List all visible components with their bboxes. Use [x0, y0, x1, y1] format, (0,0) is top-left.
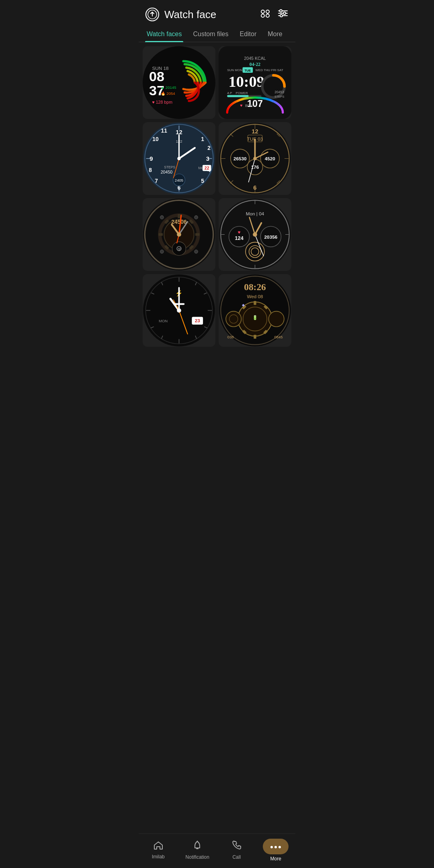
svg-text:POWER: POWER	[236, 91, 248, 95]
svg-text:08:26: 08:26	[244, 282, 266, 292]
svg-rect-96	[158, 233, 163, 235]
svg-point-133	[253, 232, 257, 237]
svg-point-11	[280, 14, 283, 17]
tab-custom-files[interactable]: Custom files	[191, 27, 230, 42]
svg-text:SUN MON: SUN MON	[227, 68, 242, 72]
svg-text:20453: 20453	[274, 90, 284, 94]
svg-text:23: 23	[195, 318, 201, 323]
svg-text:STEPS: STEPS	[164, 165, 175, 169]
app-header: Watch face	[139, 0, 295, 26]
svg-text:26530: 26530	[233, 156, 247, 161]
tab-more[interactable]: More	[266, 27, 284, 42]
tab-bar: Watch faces Custom files Editor More	[139, 26, 295, 42]
svg-text:🔥 2054: 🔥 2054	[161, 91, 176, 96]
svg-point-10	[283, 12, 286, 14]
svg-text:3: 3	[206, 156, 209, 162]
tab-watch-faces[interactable]: Watch faces	[145, 27, 183, 42]
watch-face-item[interactable]: 12 3 9 10 11 1 2 4 5 6 7 8 STEPS 20450 2…	[143, 122, 215, 195]
svg-text:7: 7	[155, 178, 158, 184]
svg-text:10:09: 10:09	[229, 73, 264, 90]
svg-text:4520: 4520	[265, 156, 276, 161]
svg-text:♥: ♥	[240, 103, 242, 108]
svg-point-65	[177, 157, 181, 160]
svg-rect-97	[195, 233, 200, 235]
svg-point-3	[266, 10, 269, 13]
svg-point-170	[226, 311, 241, 327]
svg-point-9	[280, 10, 282, 12]
svg-point-88	[253, 157, 257, 160]
svg-point-4	[261, 14, 264, 17]
svg-text:▲ 20145: ▲ 20145	[161, 85, 176, 90]
svg-text:12: 12	[252, 128, 258, 135]
svg-rect-157	[174, 303, 185, 305]
svg-text:20450: 20450	[161, 170, 173, 174]
watch-faces-grid: SUN 18 08 37 ▲ 20145 🔥 2054 ♥ 128 bpm 20…	[139, 42, 295, 347]
svg-rect-32	[227, 95, 248, 97]
svg-point-113	[160, 216, 164, 219]
svg-text:1: 1	[201, 136, 204, 142]
svg-text:10: 10	[152, 136, 159, 142]
svg-text:6: 6	[253, 184, 256, 191]
svg-text:22: 22	[205, 166, 209, 170]
svg-text:2045 KCAL: 2045 KCAL	[244, 56, 266, 61]
header-left: Watch face	[145, 7, 216, 22]
svg-text:Wed 08: Wed 08	[247, 294, 263, 299]
svg-text:04-22: 04-22	[250, 62, 260, 67]
watch-face-item[interactable]: 12 TUE 03 26530 4520 176 6	[219, 122, 291, 195]
page-title: Watch face	[164, 8, 216, 21]
svg-text:2405: 2405	[175, 178, 183, 182]
svg-text:MON: MON	[159, 319, 168, 323]
svg-point-156	[177, 308, 181, 313]
svg-rect-162	[254, 301, 256, 305]
watch-face-item[interactable]: 24506 ☢	[143, 198, 215, 271]
svg-point-112	[194, 250, 198, 254]
watch-face-item[interactable]: ⚡ 23 MON	[143, 274, 215, 347]
watch-face-item[interactable]: SUN 18 08 37 ▲ 20145 🔥 2054 ♥ 128 bpm	[143, 46, 215, 119]
svg-point-5	[266, 14, 269, 17]
svg-point-114	[194, 216, 198, 219]
svg-rect-94	[178, 214, 180, 218]
svg-text:038: 038	[227, 335, 234, 339]
svg-text:WED THU FRI SAT: WED THU FRI SAT	[256, 68, 283, 72]
watch-face-item[interactable]: 08:26 Wed 08 🔋 038 0845 ◆	[219, 274, 291, 347]
svg-text:TUE: TUE	[244, 69, 251, 72]
svg-text:STEPS: STEPS	[274, 95, 284, 98]
svg-rect-163	[254, 335, 256, 339]
svg-text:☢: ☢	[178, 247, 181, 251]
svg-text:08: 08	[149, 69, 164, 84]
svg-text:A  P: A P	[227, 91, 232, 95]
grid-view-button[interactable]	[259, 8, 271, 21]
header-actions	[259, 8, 289, 21]
svg-text:2: 2	[207, 145, 211, 151]
svg-text:24506: 24506	[171, 219, 187, 225]
svg-text:♥ 128 bpm: ♥ 128 bpm	[152, 100, 172, 104]
watch-face-item[interactable]: Mon | 04 ♥ 124 20356	[219, 198, 291, 271]
svg-text:Mon | 04: Mon | 04	[246, 211, 264, 216]
filter-button[interactable]	[277, 8, 289, 21]
svg-text:BPM: BPM	[245, 104, 252, 108]
svg-text:124: 124	[235, 235, 244, 241]
svg-text:11: 11	[161, 127, 168, 134]
svg-text:🔋: 🔋	[252, 315, 258, 320]
svg-text:5: 5	[201, 178, 204, 184]
svg-text:8: 8	[149, 167, 152, 173]
watch-upload-icon	[145, 7, 160, 22]
tab-editor[interactable]: Editor	[238, 27, 258, 42]
svg-text:20356: 20356	[264, 234, 278, 240]
svg-text:0845: 0845	[274, 335, 283, 339]
svg-point-2	[261, 10, 264, 13]
watch-face-item[interactable]: 2045 KCAL 04-22 SUN MON TUE WED THU FRI …	[219, 46, 291, 119]
svg-point-108	[177, 232, 181, 237]
svg-point-172	[269, 311, 284, 327]
svg-text:♥: ♥	[238, 229, 241, 235]
svg-text:◆: ◆	[242, 303, 245, 307]
svg-text:9: 9	[149, 156, 153, 162]
svg-point-111	[160, 250, 164, 254]
